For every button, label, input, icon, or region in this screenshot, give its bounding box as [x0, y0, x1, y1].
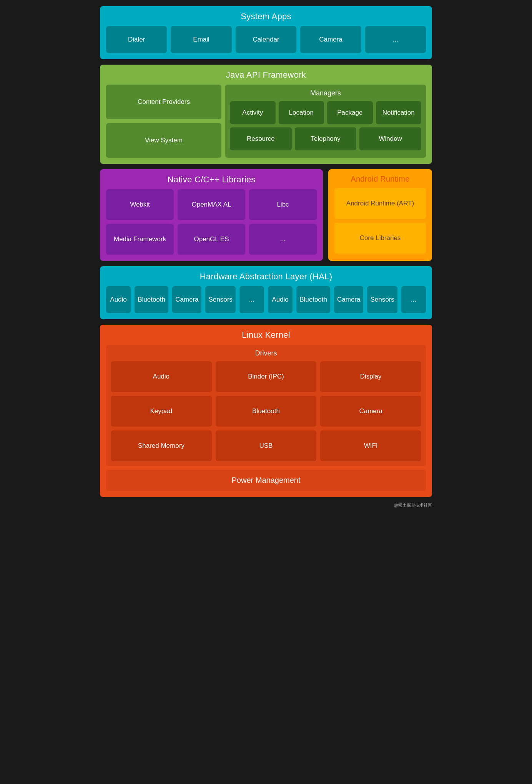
kernel-audio-card: Audio — [111, 361, 212, 392]
system-apps-cards: DialerEmailCalendarCamera... — [106, 26, 426, 53]
managers-row1: Activity Location Package Notification — [230, 101, 421, 124]
hal-card-4: ... — [401, 286, 426, 313]
system-apps-title: System Apps — [106, 12, 426, 22]
hal-camera-card: Camera — [172, 286, 201, 313]
system-apps-card-3: Camera — [300, 26, 361, 53]
hal-more-card: ... — [239, 286, 264, 313]
notification-card: Notification — [376, 101, 422, 124]
java-api-inner: Content Providers View System Managers A… — [106, 85, 426, 158]
kernel-bluetooth-card: Bluetooth — [216, 396, 317, 427]
usb-card: USB — [216, 430, 317, 461]
binder-card: Binder (IPC) — [216, 361, 317, 392]
hal-card-2: Camera — [334, 286, 363, 313]
java-api-layer: Java API Framework Content Providers Vie… — [100, 65, 432, 164]
native-libs-title: Native C/C++ Libraries — [106, 175, 317, 185]
openmax-card: OpenMAX AL — [178, 189, 245, 220]
java-api-left: Content Providers View System — [106, 85, 221, 158]
system-apps-card-4: ... — [365, 26, 426, 53]
display-card: Display — [320, 361, 421, 392]
android-runtime-layer: Android Runtime Android Runtime (ART) Co… — [328, 169, 432, 261]
native-more-card: ... — [249, 224, 317, 255]
system-apps-card-1: Email — [171, 26, 231, 53]
system-apps-layer: System Apps DialerEmailCalendarCamera... — [100, 6, 432, 59]
kernel-camera-card: Camera — [320, 396, 421, 427]
hal-title: Hardware Abstraction Layer (HAL) — [106, 272, 426, 282]
java-api-title: Java API Framework — [106, 70, 426, 80]
drivers-title: Drivers — [111, 349, 421, 357]
opengl-card: OpenGL ES — [178, 224, 245, 255]
hal-layer: Hardware Abstraction Layer (HAL) Audio B… — [100, 266, 432, 319]
location-card: Location — [279, 101, 324, 124]
activity-card: Activity — [230, 101, 276, 124]
android-runtime-title: Android Runtime — [334, 175, 426, 183]
native-libs-grid: Webkit OpenMAX AL Libc Media Framework O… — [106, 189, 317, 255]
hal-card-1: Bluetooth — [296, 286, 330, 313]
core-libraries-card: Core Libraries — [334, 223, 426, 254]
shared-memory-card: Shared Memory — [111, 430, 212, 461]
native-libs-layer: Native C/C++ Libraries Webkit OpenMAX AL… — [100, 169, 323, 261]
linux-kernel-title: Linux Kernel — [106, 330, 426, 340]
view-system-card: View System — [106, 123, 221, 158]
system-apps-card-2: Calendar — [236, 26, 296, 53]
hal-audio-card: Audio — [106, 286, 131, 313]
hal-sensors-card: Sensors — [205, 286, 235, 313]
system-apps-card-0: Dialer — [106, 26, 167, 53]
art-card: Android Runtime (ART) — [334, 188, 426, 219]
power-management-card: Power Management — [106, 470, 426, 491]
hal-card-0: Audio — [268, 286, 293, 313]
keypad-card: Keypad — [111, 396, 212, 427]
drivers-grid: Audio Binder (IPC) Display Keypad Blueto… — [111, 361, 421, 461]
window-card: Window — [359, 127, 421, 150]
managers-title: Managers — [230, 89, 421, 97]
hal-bluetooth-card: Bluetooth — [135, 286, 168, 313]
wifi-card: WIFI — [320, 430, 421, 461]
content-providers-card: Content Providers — [106, 85, 221, 119]
drivers-box: Drivers Audio Binder (IPC) Display Keypa… — [106, 345, 426, 466]
watermark: @稀土掘金技术社区 — [100, 502, 432, 508]
webkit-card: Webkit — [106, 189, 174, 220]
native-runtime-row: Native C/C++ Libraries Webkit OpenMAX AL… — [100, 169, 432, 261]
hal-card-3: Sensors — [367, 286, 397, 313]
managers-box: Managers Activity Location Package Notif… — [225, 85, 426, 158]
media-framework-card: Media Framework — [106, 224, 174, 255]
package-card: Package — [327, 101, 373, 124]
managers-row2: Resource Telephony Window — [230, 127, 421, 150]
hal-cards: Audio Bluetooth Camera Sensors ... Audio… — [106, 286, 426, 313]
resource-card: Resource — [230, 127, 292, 150]
linux-kernel-layer: Linux Kernel Drivers Audio Binder (IPC) … — [100, 325, 432, 497]
telephony-card: Telephony — [295, 127, 357, 150]
libc-card: Libc — [249, 189, 317, 220]
